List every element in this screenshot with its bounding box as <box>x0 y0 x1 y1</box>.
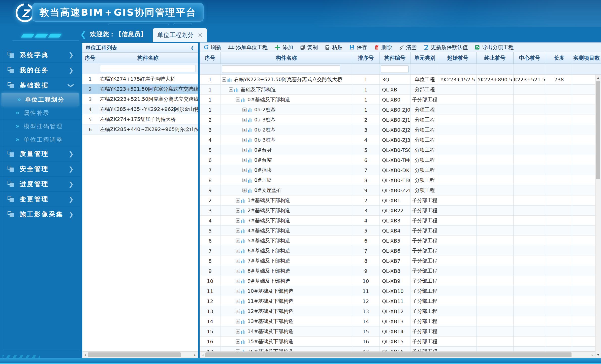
unit-name-filter-input[interactable] <box>100 65 196 72</box>
scroll-up-icon[interactable]: ▲ <box>595 75 601 80</box>
add-button[interactable]: + 添加 <box>274 44 293 51</box>
component-name-filter-input[interactable] <box>222 65 340 73</box>
scrollbar-thumb[interactable] <box>596 81 600 179</box>
column-header[interactable]: 长度 <box>546 52 572 63</box>
table-row[interactable]: 13+12#基础及下部构造13QL-XB12子分部工程 <box>200 306 601 316</box>
table-row[interactable]: 1+0a-2桩基1QL-XB0-ZJ0分项工程 <box>200 105 601 115</box>
table-row[interactable]: 9+0#支座垫石9QL-XB0-ZZDS0分项工程 <box>200 185 601 195</box>
expand-node-icon[interactable]: + <box>236 329 240 334</box>
column-header[interactable]: 构件名称 <box>220 52 352 63</box>
tab-close-icon[interactable]: × <box>198 31 203 39</box>
save-button[interactable]: 保存 <box>349 44 367 51</box>
expand-node-icon[interactable]: + <box>236 349 240 351</box>
paste-button[interactable]: 粘贴 <box>325 44 342 51</box>
collapse-panel-icon[interactable]: ❮ <box>191 45 194 50</box>
column-header-name[interactable]: 构件名称 <box>98 53 198 63</box>
scroll-down-icon[interactable]: ▼ <box>595 352 601 357</box>
expand-node-icon[interactable]: + <box>242 108 247 112</box>
column-header[interactable]: 终止桩号 <box>477 52 514 63</box>
unit-list-row[interactable]: 5左幅ZK274+175红崖子沟特大桥 <box>82 114 198 124</box>
expand-node-icon[interactable]: + <box>236 309 240 313</box>
sidebar-item-basic-data[interactable]: 基础数据❯ <box>0 78 80 93</box>
table-row[interactable]: 2+0a-3桩基2QL-XB0-ZJ1分项工程 <box>200 115 601 125</box>
expand-node-icon[interactable]: + <box>242 158 247 162</box>
sidebar-item-model-code-management[interactable]: »模型挂码管理 <box>0 119 80 133</box>
table-row[interactable]: 1−0#基础及下部构造1QL-XB0子分部工程 <box>200 95 601 105</box>
expand-node-icon[interactable]: + <box>242 178 247 182</box>
sidebar-item-unit-project-adjustment[interactable]: »单位工程调整 <box>0 133 80 146</box>
table-row[interactable]: 4+0b-3桩基4QL-XB0-ZJ3分项工程 <box>200 135 601 145</box>
table-row[interactable]: 17+16#基础及下部构造17QL-XB16子分部工程 <box>200 347 601 351</box>
expand-node-icon[interactable]: + <box>236 259 240 263</box>
export-subprojects-button[interactable]: 导出分项工程 <box>475 44 514 51</box>
refresh-button[interactable]: 刷新 <box>203 44 221 51</box>
table-row[interactable]: 9+8#基础及下部构造9QL-XB8子分部工程 <box>200 266 601 276</box>
table-row[interactable]: 8+0#耳墙8QL-XB0-EBQ0分项工程 <box>200 175 601 185</box>
table-row[interactable]: 14+13#基础及下部构造14QL-XB13子分部工程 <box>200 316 601 326</box>
scrollbar-thumb[interactable] <box>205 352 572 357</box>
unit-list-row[interactable]: 2右幅YK223+521.50阿克塞分离式立交跨线大桥 <box>82 84 198 94</box>
column-header[interactable]: 序号 <box>200 52 220 63</box>
sidebar-item-quality-management[interactable]: 质量管理❯ <box>0 146 80 161</box>
column-header-seq[interactable]: 序号 <box>82 53 98 63</box>
table-row[interactable]: 12+11#基础及下部构造12QL-XB11子分部工程 <box>200 296 601 306</box>
sidebar-item-construction-image-collection[interactable]: 施工影像采集❯ <box>0 207 80 222</box>
unit-list-row[interactable]: 1右幅YK274+175红崖子沟特大桥 <box>82 74 198 84</box>
expand-node-icon[interactable]: + <box>242 148 247 152</box>
expand-node-icon[interactable]: + <box>236 279 240 283</box>
table-row[interactable]: 3+2#基础及下部构造3QL-XB22子分部工程 <box>200 206 601 216</box>
table-row[interactable]: 1−右幅YK223+521.50阿克塞分离式立交跨线大桥13Q单位工程YK223… <box>200 75 601 85</box>
table-row[interactable]: 8+7#基础及下部构造8QL-XB7子分部工程 <box>200 256 601 266</box>
table-row[interactable]: 5+0#台身5QL-XB0-TS0分项工程 <box>200 145 601 155</box>
copy-button[interactable]: 复制 <box>300 44 318 51</box>
sidebar-item-safety-management[interactable]: 安全管理❯ <box>0 161 80 176</box>
unit-list-row[interactable]: 6左幅ZK285+440~ZK292+965阿尔金山特长隧道 <box>82 124 198 135</box>
column-header[interactable]: 起始桩号 <box>439 52 477 63</box>
update-quality-defaults-button[interactable]: 更新质保默认值 <box>423 44 468 51</box>
scroll-left-icon[interactable]: ◄ <box>82 352 87 358</box>
delete-button[interactable]: 删除 <box>374 44 392 51</box>
expand-node-icon[interactable]: + <box>236 319 240 323</box>
table-row[interactable]: 2+1#基础及下部构造2QL-XB1子分部工程 <box>200 195 601 206</box>
scroll-left-icon[interactable]: ◄ <box>200 352 205 358</box>
expand-node-icon[interactable]: + <box>236 299 240 303</box>
table-row[interactable]: 3+0b-2桩基3QL-XB0-ZJ2分项工程 <box>200 125 601 135</box>
expand-node-icon[interactable]: + <box>242 128 247 132</box>
expand-node-icon[interactable]: + <box>236 208 240 213</box>
clear-button[interactable]: 清空 <box>399 44 417 51</box>
column-header[interactable]: 构件编号 <box>379 52 410 63</box>
expand-node-icon[interactable]: + <box>242 168 247 172</box>
table-row[interactable]: 7+0#挡块7QL-XB0-DK0分项工程 <box>200 165 601 175</box>
expand-node-icon[interactable]: + <box>236 339 240 344</box>
column-header[interactable]: 单元类别 <box>410 52 439 63</box>
table-row[interactable]: 11+10#基础及下部构造11QL-XB10子分部工程 <box>200 286 601 296</box>
table-row[interactable]: 16+15#基础及下部构造16QL-XB15子分部工程 <box>200 337 601 347</box>
sidebar-item-progress-management[interactable]: 进度管理❯ <box>0 176 80 191</box>
tab-unit-project-division[interactable]: 单位工程划分 × <box>153 28 207 42</box>
expand-node-icon[interactable]: + <box>236 269 240 273</box>
expand-node-icon[interactable]: + <box>236 239 240 243</box>
scrollbar-thumb[interactable] <box>88 352 181 357</box>
table-row[interactable]: 6+5#基础及下部构造6QL-XB5子分部工程 <box>200 236 601 246</box>
sidebar-item-attribute-supplement[interactable]: »属性补录 <box>0 106 80 119</box>
table-row[interactable]: 15+14#基础及下部构造15QL-XB14子分部工程 <box>200 326 601 337</box>
sidebar-item-system-dictionary[interactable]: 系统字典❯ <box>0 47 80 62</box>
table-row[interactable]: 1−基础及下部构造1QL-XB分部工程 <box>200 85 601 95</box>
column-header[interactable]: 中心桩号 <box>514 52 546 63</box>
column-header[interactable]: 排序号 <box>352 52 379 63</box>
sidebar-item-unit-project-division[interactable]: »单位工程划分 <box>2 93 79 106</box>
column-header[interactable]: 实测项目数 <box>572 52 601 63</box>
collapse-node-icon[interactable]: − <box>236 97 240 102</box>
expand-node-icon[interactable]: + <box>236 249 240 253</box>
expand-node-icon[interactable]: + <box>236 218 240 223</box>
table-row[interactable]: 5+4#基础及下部构造5QL-XB4子分部工程 <box>200 226 601 236</box>
unit-list-row[interactable]: 3左幅ZK223+521.50阿克塞分离式立交跨线大桥 <box>82 94 198 104</box>
expand-node-icon[interactable]: + <box>242 118 247 122</box>
component-code-filter-input[interactable] <box>381 65 408 73</box>
collapse-node-icon[interactable]: − <box>229 87 233 92</box>
add-unit-project-button[interactable]: 土土 添加单位工程 <box>228 44 268 51</box>
scroll-right-icon[interactable]: ► <box>590 352 595 358</box>
collapse-node-icon[interactable]: − <box>222 77 226 82</box>
scroll-right-icon[interactable]: ► <box>193 352 198 358</box>
expand-node-icon[interactable]: + <box>236 289 240 293</box>
